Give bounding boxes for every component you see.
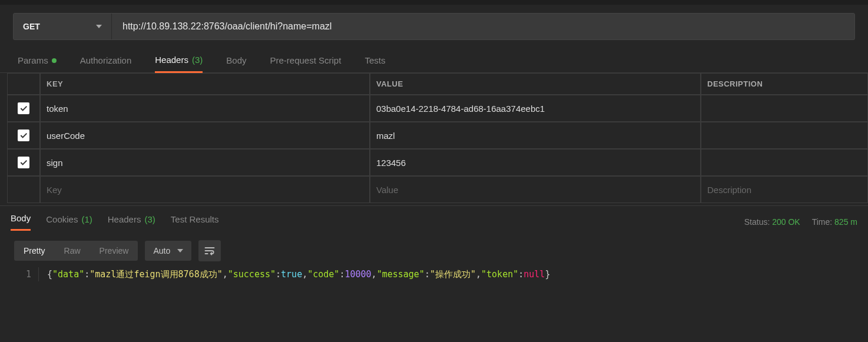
- time-block: Time: 825 m: [812, 217, 857, 227]
- check-icon: [19, 104, 28, 113]
- tab-body[interactable]: Body: [226, 48, 246, 73]
- placeholder-checkbox-cell: [7, 176, 40, 203]
- response-tab-cookies-count: (1): [81, 214, 92, 224]
- table-row: token 03ba0e14-2218-4784-ad68-16aa374eeb…: [7, 95, 868, 122]
- table-row: userCode mazl: [7, 122, 868, 149]
- wrap-icon: [204, 245, 216, 256]
- tab-params[interactable]: Params: [18, 48, 57, 73]
- column-value[interactable]: VALUE: [370, 73, 701, 95]
- request-url-input[interactable]: [112, 14, 854, 39]
- wrap-lines-button[interactable]: [198, 240, 221, 261]
- line-number: 1: [14, 267, 39, 281]
- response-tab-cookies[interactable]: Cookies (1): [46, 213, 92, 231]
- tab-params-label: Params: [18, 55, 48, 65]
- status-block: Status: 200 OK: [744, 217, 800, 227]
- table-row: sign 123456: [7, 149, 868, 176]
- view-pretty-button[interactable]: Pretty: [14, 241, 55, 261]
- header-value-placeholder[interactable]: Value: [370, 176, 701, 203]
- header-desc-cell[interactable]: [701, 95, 868, 122]
- request-tabs: Params Authorization Headers (3) Body Pr…: [0, 48, 868, 73]
- response-tabs: Body Cookies (1) Headers (3) Test Result…: [11, 213, 219, 231]
- view-mode-group: Pretty Raw Preview: [14, 241, 138, 261]
- view-raw-button[interactable]: Raw: [55, 241, 90, 261]
- header-value-cell[interactable]: 123456: [370, 149, 701, 176]
- http-method-select[interactable]: GET: [14, 14, 112, 39]
- header-desc-cell[interactable]: [701, 149, 868, 176]
- body-toolbar: Pretty Raw Preview Auto: [0, 231, 868, 267]
- column-description[interactable]: DESCRIPTION: [701, 73, 868, 95]
- request-bar: GET: [13, 13, 855, 40]
- header-key-cell[interactable]: sign: [40, 149, 370, 176]
- caret-down-icon: [177, 249, 183, 253]
- header-desc-placeholder[interactable]: Description: [701, 176, 868, 203]
- check-icon: [19, 158, 28, 167]
- time-value: 825 m: [834, 217, 857, 227]
- tab-headers-count: (3): [192, 55, 203, 65]
- response-tab-headers-label: Headers: [108, 214, 141, 224]
- header-desc-cell[interactable]: [701, 122, 868, 149]
- response-tab-testresults[interactable]: Test Results: [171, 213, 219, 231]
- status-value: 200 OK: [772, 217, 800, 227]
- response-tab-headers-count: (3): [144, 214, 155, 224]
- time-label: Time:: [812, 217, 832, 227]
- check-icon: [19, 131, 28, 140]
- caret-down-icon: [96, 25, 102, 28]
- header-key-placeholder[interactable]: Key: [40, 176, 370, 203]
- response-body-code[interactable]: 1 {"data":"mazl通过feign调用8768成功","success…: [14, 267, 854, 281]
- header-key-cell[interactable]: token: [40, 95, 370, 122]
- row-checkbox[interactable]: [18, 102, 29, 114]
- tab-headers-label: Headers: [155, 55, 188, 65]
- window-top-border: [0, 0, 868, 5]
- tab-prerequest[interactable]: Pre-request Script: [270, 48, 342, 73]
- row-checkbox[interactable]: [18, 157, 29, 168]
- params-active-dot-icon: [52, 58, 57, 63]
- column-checkbox: [7, 73, 40, 95]
- status-label: Status:: [744, 217, 770, 227]
- response-tab-headers[interactable]: Headers (3): [108, 213, 155, 231]
- format-select-label: Auto: [153, 246, 170, 255]
- tab-tests[interactable]: Tests: [365, 48, 385, 73]
- response-status: Status: 200 OK Time: 825 m: [744, 217, 857, 227]
- headers-table: KEY VALUE DESCRIPTION token 03ba0e14-221…: [7, 73, 868, 203]
- header-value-cell[interactable]: 03ba0e14-2218-4784-ad68-16aa374eebc1: [370, 95, 701, 122]
- header-value-cell[interactable]: mazl: [370, 122, 701, 149]
- table-row-placeholder: Key Value Description: [7, 176, 868, 203]
- tab-authorization[interactable]: Authorization: [80, 48, 132, 73]
- view-preview-button[interactable]: Preview: [90, 241, 138, 261]
- response-tab-body[interactable]: Body: [11, 213, 31, 231]
- http-method-label: GET: [23, 22, 40, 31]
- format-select[interactable]: Auto: [145, 241, 191, 261]
- response-tab-cookies-label: Cookies: [46, 214, 78, 224]
- header-key-cell[interactable]: userCode: [40, 122, 370, 149]
- tab-headers[interactable]: Headers (3): [155, 48, 203, 73]
- column-key[interactable]: KEY: [40, 73, 370, 95]
- response-tabs-row: Body Cookies (1) Headers (3) Test Result…: [0, 205, 868, 231]
- row-checkbox[interactable]: [18, 130, 29, 141]
- code-line: {"data":"mazl通过feign调用8768成功","success":…: [39, 267, 550, 281]
